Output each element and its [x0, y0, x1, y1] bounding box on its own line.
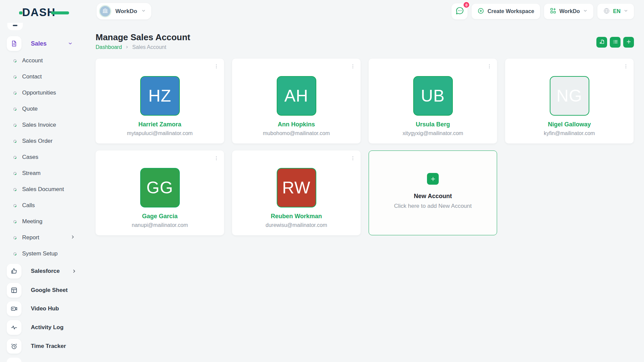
sidebar-item-opportunities[interactable]: Opportunities	[0, 85, 91, 101]
avatar-initials: GG	[147, 178, 173, 197]
sidebar-item-calls[interactable]: Calls	[0, 197, 91, 214]
create-workspace-label: Create Workspace	[487, 8, 534, 14]
chevron-down-icon	[624, 8, 628, 14]
sidebar-item-video-hub[interactable]: Video Hub	[0, 301, 91, 316]
avatar: UB	[413, 76, 453, 116]
avatar-initials: RW	[282, 178, 310, 197]
sidebar-item-label: Quote	[22, 106, 38, 112]
sidebar-item-account[interactable]: Account	[0, 53, 91, 69]
bullet-icon	[13, 75, 17, 79]
chat-button[interactable]: 0	[451, 3, 468, 19]
account-email: kyfin@mailinator.com	[505, 130, 634, 136]
sidebar-item-stream[interactable]: Stream	[0, 165, 91, 181]
plus-icon	[626, 39, 632, 46]
breadcrumb-dashboard-link[interactable]: Dashboard	[96, 44, 122, 50]
workspace-avatar	[99, 5, 111, 17]
export-button[interactable]	[596, 37, 607, 48]
sidebar-item-sales[interactable]: Sales	[0, 36, 91, 51]
chat-bubble-icon	[455, 6, 464, 17]
sidebar-item-sales-document[interactable]: Sales Document	[0, 181, 91, 197]
apps-menu-button[interactable]: WorkDo	[544, 4, 593, 19]
bullet-icon	[13, 123, 17, 127]
workspace-switcher[interactable]: WorkDo	[97, 3, 151, 19]
account-card: UB Ursula Berg xitygyxig@mailinator.com	[369, 59, 497, 143]
account-email: xitygyxig@mailinator.com	[369, 130, 497, 136]
activity-pulse-icon	[7, 320, 21, 335]
sidebar-item-label: Video Hub	[31, 305, 59, 312]
bullet-icon	[13, 252, 17, 256]
breadcrumb-separator-icon	[125, 44, 129, 50]
card-menu-button[interactable]	[213, 154, 220, 164]
plus-icon	[427, 173, 439, 185]
sidebar-item-label: Contact	[22, 73, 42, 80]
apps-menu-label: WorkDo	[559, 8, 580, 14]
account-name-link[interactable]: Ann Hopkins	[232, 121, 361, 128]
document-icon	[7, 36, 21, 51]
avatar: GG	[140, 168, 180, 207]
account-name-link[interactable]: Reuben Workman	[232, 213, 361, 220]
sidebar-item-label: Report	[22, 234, 39, 241]
app-logo[interactable]: DASH	[22, 6, 56, 19]
workspace-label: WorkDo	[115, 8, 137, 15]
bullet-icon	[13, 236, 17, 240]
language-menu-button[interactable]: EN	[597, 4, 634, 19]
breadcrumb-current: Sales Account	[132, 44, 166, 50]
create-workspace-button[interactable]: Create Workspace	[472, 4, 540, 19]
chevron-right-icon	[72, 269, 76, 275]
bullet-icon	[13, 172, 17, 175]
sidebar-item-system-setup[interactable]: System Setup	[0, 246, 91, 262]
account-card: HZ Harriet Zamora mytapuluci@mailinator.…	[96, 59, 224, 143]
bullet-icon	[13, 188, 17, 191]
sidebar-item-label: Calls	[22, 202, 35, 209]
bullet-icon	[13, 220, 17, 224]
bullet-icon	[13, 139, 17, 143]
sidebar-item-google-sheet[interactable]: Google Sheet	[0, 283, 91, 298]
account-email: mytapuluci@mailinator.com	[96, 130, 224, 136]
account-email: nanupi@mailinator.com	[96, 222, 224, 228]
logo-dot	[19, 11, 22, 14]
card-menu-button[interactable]	[622, 62, 630, 72]
page-title: Manage Sales Account	[96, 32, 190, 43]
avatar-initials: UB	[421, 86, 445, 106]
sidebar-item-label: Stream	[22, 170, 41, 177]
sidebar-item-quote[interactable]: Quote	[0, 101, 91, 117]
avatar-initials: AH	[284, 86, 308, 106]
avatar: AH	[277, 76, 316, 116]
plus-circle-icon	[477, 7, 484, 16]
account-name-link[interactable]: Ursula Berg	[369, 121, 497, 128]
sidebar-item-cases[interactable]: Cases	[0, 149, 91, 165]
sidebar-item-contact[interactable]: Contact	[0, 69, 91, 85]
sidebar-item-sales-invoice[interactable]: Sales Invoice	[0, 117, 91, 133]
sidebar-item-meeting[interactable]: Meeting	[0, 214, 91, 230]
avatar: HZ	[140, 76, 180, 116]
account-name-link[interactable]: Gage Garcia	[96, 213, 224, 220]
card-menu-button[interactable]	[213, 62, 220, 72]
avatar-initials: HZ	[148, 86, 171, 106]
chevron-down-icon	[583, 8, 588, 14]
account-name-link[interactable]: Nigel Galloway	[505, 121, 634, 128]
sidebar-item-activity-log[interactable]: Activity Log	[0, 320, 91, 335]
card-menu-button[interactable]	[349, 154, 357, 164]
sidebar-item-label: Cases	[22, 154, 38, 161]
card-menu-button[interactable]	[349, 62, 357, 72]
bullet-icon	[13, 107, 17, 111]
avatar-initials: NG	[556, 86, 582, 106]
sidebar-item-report[interactable]: Report	[0, 230, 91, 246]
list-view-button[interactable]	[610, 37, 621, 48]
account-name-link[interactable]: Harriet Zamora	[96, 121, 224, 128]
sidebar-item-salesforce[interactable]: Salesforce	[0, 264, 91, 279]
bullet-icon	[13, 91, 17, 95]
card-menu-button[interactable]	[486, 62, 493, 72]
chat-badge: 0	[463, 1, 470, 8]
sidebar-item-time-tracker[interactable]: Time Tracker	[0, 339, 91, 354]
table-icon	[7, 283, 21, 298]
new-account-card[interactable]: New Account Click here to add New Accoun…	[369, 150, 497, 235]
new-account-subtitle: Click here to add New Account	[394, 203, 472, 209]
globe-icon	[603, 7, 610, 16]
add-account-button[interactable]	[623, 37, 634, 48]
sidebar-item-sales-order[interactable]: Sales Order	[0, 133, 91, 149]
thumbs-up-icon	[7, 264, 21, 279]
export-file-icon	[599, 39, 605, 46]
avatar: NG	[550, 76, 589, 116]
logo-bar	[51, 11, 69, 14]
